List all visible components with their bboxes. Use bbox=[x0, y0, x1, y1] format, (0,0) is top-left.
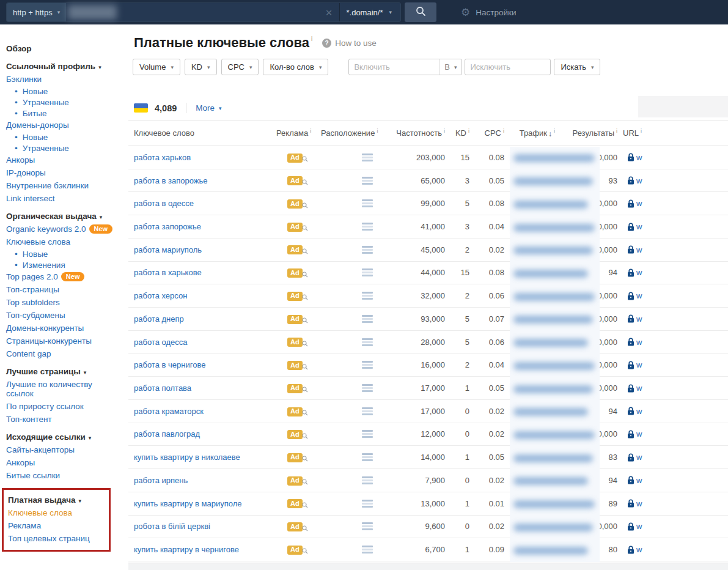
column-header-url[interactable]: URLi bbox=[617, 128, 728, 138]
filter-dropdown-kd[interactable]: KD▾ bbox=[185, 59, 217, 75]
sidebar-item[interactable]: Внутренние бэклинки bbox=[6, 179, 115, 192]
sidebar-item[interactable]: Organic keywords 2.0New bbox=[6, 223, 115, 235]
keyword-link[interactable]: работа в одессе bbox=[128, 199, 281, 208]
keyword-link[interactable]: работа полтава bbox=[128, 383, 281, 393]
column-header-traffic[interactable]: Трафик↓i bbox=[520, 128, 555, 138]
serp-position-icon[interactable] bbox=[362, 522, 373, 530]
serp-position-icon[interactable] bbox=[362, 177, 373, 185]
ad-preview-button[interactable]: Ad bbox=[287, 544, 303, 553]
keyword-link[interactable]: работа одесса bbox=[128, 338, 281, 347]
ad-preview-button[interactable]: Ad bbox=[287, 221, 303, 231]
ad-preview-button[interactable]: Ad bbox=[287, 268, 303, 277]
sidebar-item[interactable]: Реклама bbox=[8, 519, 117, 532]
keyword-link[interactable]: робота в білій церкві bbox=[128, 522, 281, 531]
ad-preview-button[interactable]: Ad bbox=[287, 498, 303, 508]
serp-position-icon[interactable] bbox=[362, 407, 373, 415]
sidebar-item[interactable]: Обзор bbox=[6, 42, 125, 55]
keyword-link[interactable]: работа запорожье bbox=[128, 222, 281, 231]
column-header-kd[interactable]: KDi bbox=[455, 128, 469, 138]
serp-position-icon[interactable] bbox=[362, 384, 373, 392]
filter-dropdown-volume[interactable]: Volume▾ bbox=[133, 59, 180, 75]
sidebar-item[interactable]: Домены-доноры bbox=[6, 119, 115, 131]
keyword-link[interactable]: работа павлоград bbox=[128, 429, 281, 439]
serp-position-icon[interactable] bbox=[362, 453, 373, 461]
ad-preview-button[interactable]: Ad bbox=[287, 314, 303, 323]
serp-position-icon[interactable] bbox=[362, 292, 373, 300]
column-header-results[interactable]: Результатыi bbox=[573, 128, 617, 138]
column-header-keyword[interactable]: Ключевое слово bbox=[128, 128, 271, 138]
include-input[interactable] bbox=[349, 62, 439, 72]
serp-position-icon[interactable] bbox=[362, 476, 373, 484]
sidebar-item[interactable]: Top pages 2.0New bbox=[6, 270, 115, 283]
scope-dropdown[interactable]: *.domain/* ▾ bbox=[339, 3, 400, 21]
sidebar-item[interactable]: Домены-конкуренты bbox=[6, 322, 115, 335]
exclude-input[interactable] bbox=[465, 62, 550, 72]
sidebar-item[interactable]: •Утраченные bbox=[6, 142, 125, 154]
sidebar-section-header[interactable]: Органическая выдача▾ bbox=[6, 210, 125, 223]
sidebar-item[interactable]: Top subfolders bbox=[6, 296, 115, 309]
sidebar-item[interactable]: Лучшие по количеству ссылок bbox=[6, 378, 115, 400]
sidebar-item[interactable]: •Новые bbox=[6, 86, 125, 97]
serp-position-icon[interactable] bbox=[362, 430, 373, 438]
sidebar-item[interactable]: Топ-страницы bbox=[6, 283, 115, 296]
title-info-icon[interactable]: i bbox=[311, 34, 312, 42]
keyword-link[interactable]: купить квартиру в мариуполе bbox=[128, 499, 281, 508]
column-header-position[interactable]: Расположениеi bbox=[315, 128, 384, 138]
sidebar-item[interactable]: Топ-контент bbox=[6, 413, 115, 426]
sidebar-section-header[interactable]: Лучшие страницы▾ bbox=[6, 365, 125, 378]
filter-dropdown--[interactable]: Кол-во слов▾ bbox=[263, 59, 328, 75]
keyword-link[interactable]: работа в харькове bbox=[128, 268, 281, 277]
sidebar-item[interactable]: Топ-субдомены bbox=[6, 309, 115, 322]
sidebar-section-header[interactable]: Ссылочный профиль▾ bbox=[6, 60, 125, 73]
sidebar-item[interactable]: Ключевые слова bbox=[6, 235, 115, 248]
settings-button[interactable]: ⚙ Настройки bbox=[461, 6, 516, 19]
ad-preview-button[interactable]: Ad bbox=[287, 383, 303, 392]
keyword-link[interactable]: работа мариуполь bbox=[128, 245, 281, 254]
more-dropdown[interactable]: More ▾ bbox=[196, 103, 221, 113]
serp-position-icon[interactable] bbox=[362, 338, 373, 346]
serp-position-icon[interactable] bbox=[362, 246, 373, 254]
protocol-dropdown[interactable]: http + https ▾ bbox=[7, 3, 66, 21]
ad-preview-button[interactable]: Ad bbox=[287, 406, 303, 415]
serp-position-icon[interactable] bbox=[362, 223, 373, 231]
sidebar-item[interactable]: Битые ссылки bbox=[6, 469, 115, 482]
ad-preview-button[interactable]: Ad bbox=[287, 291, 303, 300]
ad-preview-button[interactable]: Ad bbox=[287, 199, 303, 208]
ad-preview-button[interactable]: Ad bbox=[287, 429, 303, 439]
keyword-link[interactable]: купить квартиру в чернигове bbox=[128, 545, 281, 554]
keyword-link[interactable]: купить квартиру в николаеве bbox=[128, 453, 281, 462]
sidebar-item[interactable]: Content gap bbox=[6, 347, 115, 360]
column-header-cpc[interactable]: CPCi bbox=[485, 128, 504, 138]
ad-preview-button[interactable]: Ad bbox=[287, 360, 303, 369]
serp-position-icon[interactable] bbox=[362, 268, 373, 276]
how-to-use-link[interactable]: ? How to use bbox=[322, 39, 377, 48]
sidebar-item[interactable]: По приросту ссылок bbox=[6, 400, 115, 413]
sidebar-item[interactable]: Страницы-конкуренты bbox=[6, 335, 115, 347]
ad-preview-button[interactable]: Ad bbox=[287, 337, 303, 346]
search-button[interactable] bbox=[405, 2, 436, 22]
ad-preview-button[interactable]: Ad bbox=[287, 452, 303, 461]
sidebar-item-active[interactable]: Ключевые слова bbox=[8, 506, 117, 519]
sidebar-item[interactable]: Сайты-акцепторы bbox=[6, 443, 115, 456]
keyword-link[interactable]: работа краматорск bbox=[128, 407, 281, 416]
ad-preview-button[interactable]: Ad bbox=[287, 522, 303, 531]
sidebar-item[interactable]: Бэклинки bbox=[6, 73, 115, 86]
serp-position-icon[interactable] bbox=[362, 361, 373, 369]
serp-position-icon[interactable] bbox=[362, 546, 373, 553]
sidebar-item[interactable]: •Изменения bbox=[6, 259, 125, 270]
clear-icon[interactable]: × bbox=[318, 7, 339, 18]
serp-position-icon[interactable] bbox=[362, 199, 373, 207]
keyword-link[interactable]: работа херсон bbox=[128, 291, 281, 300]
sidebar-item[interactable]: Топ целевых страниц bbox=[8, 532, 117, 545]
serp-position-icon[interactable] bbox=[362, 154, 373, 161]
keyword-link[interactable]: работа в запорожье bbox=[128, 176, 281, 185]
sidebar-item[interactable]: IP-доноры bbox=[6, 166, 115, 179]
column-header-ads[interactable]: Рекламаi bbox=[271, 128, 315, 138]
column-header-volume[interactable]: Частотностьi bbox=[396, 128, 445, 138]
ad-preview-button[interactable]: Ad bbox=[287, 475, 303, 484]
apply-search-button[interactable]: Искать ▾ bbox=[554, 59, 600, 75]
include-mode-dropdown[interactable]: В ▾ bbox=[439, 59, 461, 75]
sidebar-section-header[interactable]: Платная выдача▾ bbox=[8, 494, 106, 506]
sidebar-item[interactable]: •Новые bbox=[6, 131, 125, 142]
ad-preview-button[interactable]: Ad bbox=[287, 245, 303, 254]
